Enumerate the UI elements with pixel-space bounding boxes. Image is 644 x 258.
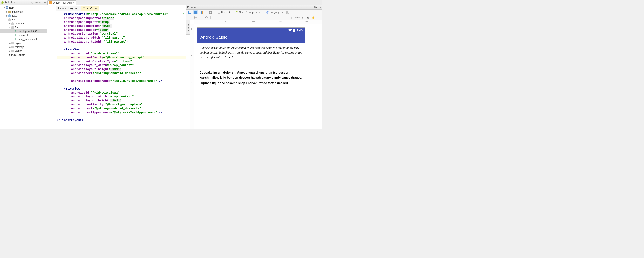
collapse-icon[interactable]: ⇥ bbox=[35, 1, 38, 4]
gutter bbox=[48, 12, 55, 129]
layout-split-icon[interactable] bbox=[200, 10, 204, 14]
svg-rect-9 bbox=[196, 12, 197, 14]
variant-dropdown[interactable] bbox=[285, 10, 292, 14]
tree-node-drawable[interactable]: drawable bbox=[0, 22, 47, 25]
tree-node-values[interactable]: values bbox=[0, 49, 47, 53]
tree-file-lobster[interactable]: T lobster.ttf bbox=[0, 33, 47, 37]
tree-node-manifests[interactable]: manifests bbox=[0, 10, 47, 14]
palette-tab[interactable]: Palette bbox=[186, 20, 190, 35]
svg-point-4 bbox=[6, 54, 8, 56]
svg-text:<>: <> bbox=[50, 2, 52, 4]
project-view-selector[interactable]: Android ▾ bbox=[1, 1, 15, 4]
layout-grid-icon[interactable] bbox=[193, 10, 198, 14]
ruler-vertical: 0 100 200 300 bbox=[190, 24, 194, 129]
app-title: Android Studio bbox=[198, 33, 305, 43]
svg-point-3 bbox=[6, 7, 8, 9]
zoom-out-icon[interactable]: ⊖ bbox=[290, 16, 293, 20]
tab-filename: activity_main.xml bbox=[53, 1, 72, 4]
preview-textview-1[interactable]: Cupcake ipsum dolor sit. Amet chupa chup… bbox=[200, 45, 302, 60]
language-dropdown[interactable]: Language bbox=[266, 10, 284, 14]
battery-icon bbox=[293, 29, 296, 32]
folder-icon bbox=[8, 14, 12, 17]
svg-rect-17 bbox=[288, 11, 289, 14]
gradle-icon bbox=[5, 53, 9, 57]
svg-rect-14 bbox=[218, 11, 220, 14]
tree-node-gradle-scripts[interactable]: Gradle Scripts bbox=[0, 53, 47, 57]
zoom-fit-icon[interactable]: ▣ bbox=[306, 16, 310, 20]
target-icon[interactable]: ◎ bbox=[31, 1, 34, 4]
zoom-in-icon[interactable]: ⊕ bbox=[301, 16, 304, 20]
svg-rect-21 bbox=[293, 29, 296, 32]
tree-node-java[interactable]: java bbox=[0, 14, 47, 18]
svg-rect-16 bbox=[286, 11, 287, 14]
zoom-level: 67% bbox=[294, 16, 300, 19]
preview-hide-icon[interactable]: ⇥ bbox=[319, 6, 321, 9]
editor-tab-activity-main[interactable]: <> activity_main.xml × bbox=[48, 1, 76, 5]
api-dropdown[interactable]: O bbox=[234, 10, 244, 14]
svg-rect-18 bbox=[188, 16, 191, 19]
theme-dropdown[interactable]: AppTheme bbox=[245, 10, 264, 14]
preview-toolbar-1: Nexus 4 O AppTheme Language bbox=[186, 10, 322, 15]
preview-toolbar-2: Σ ↔ ↕ ⊖ 67% ⊕ ▣ ✋ ⚠ bbox=[186, 15, 322, 20]
project-tree[interactable]: app manifests java res drawable bbox=[0, 5, 48, 129]
refresh-icon[interactable] bbox=[204, 16, 209, 20]
folder-icon bbox=[11, 22, 14, 25]
folder-icon bbox=[8, 18, 12, 21]
folder-icon bbox=[11, 42, 14, 45]
folder-icon bbox=[11, 45, 14, 49]
code-editor: LinearLayout TextView ✔ xmlns:android="h… bbox=[48, 5, 186, 129]
close-tab-icon[interactable]: × bbox=[73, 2, 74, 4]
preview-gear-icon[interactable]: ⚙▾ bbox=[314, 6, 317, 9]
tree-node-app[interactable]: app bbox=[0, 6, 47, 10]
preview-title: Preview bbox=[187, 6, 196, 9]
module-icon bbox=[5, 6, 9, 10]
warnings-icon[interactable]: ⚠ bbox=[317, 16, 321, 20]
svg-rect-5 bbox=[188, 11, 191, 14]
device-appbar: 7:00 Android Studio bbox=[198, 28, 305, 43]
statusbar-time: 7:00 bbox=[297, 29, 302, 32]
tree-node-font[interactable]: font bbox=[0, 25, 47, 29]
folder-icon bbox=[8, 10, 12, 14]
main-toolbar: Android ▾ ◎ ⇥ ⚙▾ ⇤ <> activity_main.xml … bbox=[0, 0, 322, 5]
expand-h-icon[interactable]: ↔ bbox=[212, 16, 216, 20]
code-area[interactable]: ✔ xmlns:android="http://schemas.android.… bbox=[48, 12, 186, 129]
breadcrumb-linearlayout[interactable]: LinearLayout bbox=[56, 6, 81, 11]
folder-icon bbox=[11, 49, 14, 53]
sigma-icon[interactable]: Σ bbox=[200, 16, 203, 20]
xml-file-icon: <> bbox=[49, 1, 52, 4]
font-file-icon: T bbox=[14, 38, 17, 41]
svg-rect-8 bbox=[194, 12, 196, 14]
wifi-icon bbox=[288, 29, 292, 32]
tree-node-res[interactable]: res bbox=[0, 18, 47, 22]
layout-single-icon[interactable] bbox=[187, 10, 192, 14]
breadcrumb-textview[interactable]: TextView bbox=[81, 6, 99, 11]
svg-point-19 bbox=[189, 17, 190, 17]
pan-icon[interactable]: ✋ bbox=[311, 16, 316, 20]
android-icon bbox=[236, 11, 238, 14]
tree-node-mipmap[interactable]: mipmap bbox=[0, 45, 47, 49]
tree-node-layout[interactable]: layout bbox=[0, 41, 47, 45]
font-file-icon: T bbox=[14, 34, 17, 37]
folder-icon bbox=[11, 26, 14, 29]
tree-file-typo-graphica[interactable]: T typo_graphica.otf bbox=[0, 37, 47, 41]
orientation-dropdown[interactable] bbox=[208, 10, 215, 14]
preview-panel: Preview ⚙▾ ⇥ Nexus 4 O AppTheme Language bbox=[186, 5, 322, 129]
design-surface-icon[interactable] bbox=[187, 16, 192, 20]
project-view-label: Android bbox=[4, 1, 13, 4]
font-file-icon: T bbox=[14, 30, 17, 33]
preview-textview-2[interactable]: Cupcake ipsum dolor sit. Amet chupa chup… bbox=[200, 70, 302, 86]
hide-icon[interactable]: ⇤ bbox=[43, 1, 46, 4]
blueprint-icon[interactable] bbox=[193, 16, 198, 20]
svg-rect-22 bbox=[294, 29, 295, 29]
inspection-ok-icon: ✔ bbox=[182, 12, 184, 15]
android-icon bbox=[1, 1, 4, 4]
device-canvas[interactable]: 7:00 Android Studio Cupcake ipsum dolor … bbox=[198, 28, 305, 113]
expand-v-icon[interactable]: ↕ bbox=[218, 16, 220, 20]
xml-breadcrumb: LinearLayout TextView bbox=[48, 5, 186, 12]
device-body: Cupcake ipsum dolor sit. Amet chupa chup… bbox=[198, 43, 305, 113]
ruler-horizontal: 0 100 200 300 400 bbox=[194, 20, 322, 24]
gear-icon[interactable]: ⚙▾ bbox=[39, 1, 42, 4]
device-dropdown[interactable]: Nexus 4 bbox=[216, 10, 233, 14]
tree-file-dancing-script[interactable]: T dancing_script.ttf bbox=[0, 29, 47, 33]
svg-rect-6 bbox=[194, 11, 196, 12]
